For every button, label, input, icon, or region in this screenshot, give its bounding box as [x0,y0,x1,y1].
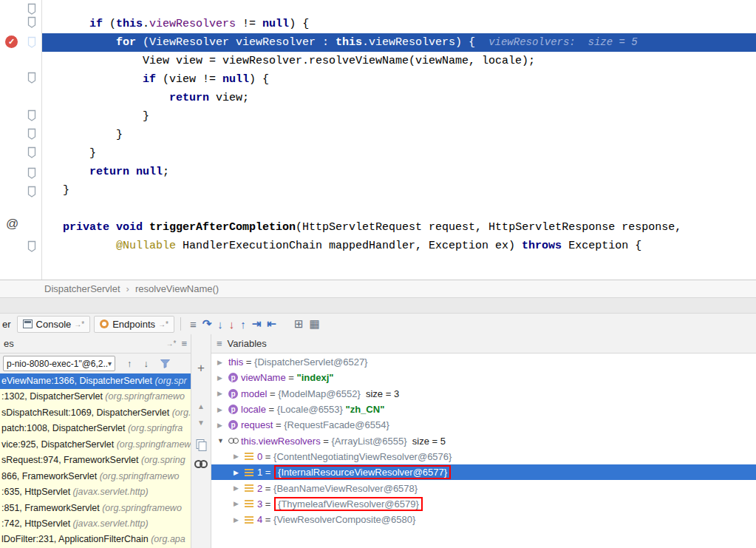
tab-endpoints[interactable]: Endpoints →* [94,316,174,333]
bookmark-icon[interactable] [27,146,37,158]
code-token: } [63,129,123,141]
filter-funnel-icon[interactable] [160,359,170,368]
expander-icon[interactable]: ▶ [217,406,228,413]
step-over-icon[interactable]: ↷ [202,317,212,331]
stack-frame-row[interactable]: eViewName:1366, DispatcherServlet (org.s… [0,373,191,389]
stack-frame-row[interactable]: patch:1008, DispatcherServlet (org.sprin… [0,421,191,436]
breadcrumb-item-class[interactable]: DispatcherServlet [44,283,120,294]
panel-menu-icon[interactable]: ≡ [217,338,222,349]
variable-row[interactable]: ▶prequest = {RequestFacade@6554} [211,417,756,433]
stack-frame-row[interactable]: :742, HttpServlet (javax.servlet.http) [0,516,191,532]
variables-tree[interactable]: ▶this = {DispatcherServlet@6527}▶pviewNa… [211,354,756,548]
variable-value: {RequestFacade@6554} [284,419,389,430]
code-line[interactable]: View view = viewResolver.resolveViewName… [42,52,756,70]
bookmark-icon[interactable] [27,3,37,15]
variable-row[interactable]: ▶0 = {ContentNegotiatingViewResolver@657… [211,449,756,464]
view-breakpoints-icon[interactable]: ⊞ [294,317,304,331]
mute-breakpoints-icon[interactable]: ≡ [190,318,197,331]
expander-icon[interactable]: ▶ [217,422,228,429]
bookmark-icon[interactable] [27,72,37,84]
variable-row[interactable]: ▶3 = {ThymeleafViewResolver@6579} [211,496,756,512]
frames-panel-header: es →* ≡ [0,334,191,354]
scroll-up-button[interactable]: ▲ [197,402,205,410]
code-line-execution-point[interactable]: for (ViewResolver viewResolver : this.vi… [42,33,756,52]
code-line[interactable]: } [42,126,756,144]
stack-frames-list[interactable]: eViewName:1366, DispatcherServlet (org.s… [0,373,191,548]
bookmark-icon[interactable] [27,16,37,28]
bookmark-icon[interactable] [27,109,37,121]
code-line[interactable]: private void triggerAfterCompletion(Http… [42,218,756,237]
expander-icon[interactable]: ▶ [217,390,228,397]
variable-type-icon: p [228,420,241,430]
expander-icon[interactable]: ▶ [217,359,228,366]
frame-down-button[interactable]: ↓ [144,358,149,369]
code-line[interactable]: } [42,181,756,200]
code-line[interactable]: if (view != null) { [42,70,756,89]
thread-dropdown[interactable]: p-nio-8080-exec-1"@6,2... ▾ [3,356,115,371]
code-line[interactable]: return view; [42,89,756,107]
bookmark-icon[interactable] [27,36,37,48]
equals-sign: = [267,388,278,399]
frame-up-button[interactable]: ↑ [127,358,132,369]
run-to-cursor-icon[interactable]: ⇥ [252,317,262,331]
code-line[interactable]: @Nullable HandlerExecutionChain mappedHa… [42,237,756,255]
code-token: } [63,110,149,123]
panel-menu-icon[interactable]: ≡ [181,338,187,349]
frame-package: (org.apa [151,534,185,544]
stack-frame-row[interactable]: sRequest:974, FrameworkServlet (org.spri… [0,453,191,468]
expander-icon[interactable]: ▶ [234,469,245,476]
parameter-icon: p [228,420,238,430]
variable-row[interactable]: ▶4 = {ViewResolverComposite@6580} [211,512,756,527]
watch-glasses-icon[interactable] [194,460,208,467]
code-line[interactable] [42,200,756,218]
expander-icon[interactable]: ▼ [217,437,228,444]
layout-settings-icon[interactable]: ▦ [309,317,319,331]
pin-icon[interactable]: →* [166,339,177,348]
expander-icon[interactable]: ▶ [234,500,245,507]
stack-frame-row[interactable]: :851, FrameworkServlet (org.springframew… [0,501,191,516]
stack-frame-row[interactable]: :1302, DispatcherServlet (org.springfram… [0,389,191,405]
variable-row[interactable]: ▶2 = {BeanNameViewResolver@6578} [211,480,756,495]
frame-location: sDispatchResult:1069, DispatcherServlet [1,407,172,418]
variable-row[interactable]: ▶plocale = {Locale@6553} "zh_CN" [211,402,756,417]
step-into-icon[interactable]: ↓ [217,318,223,331]
variable-type-icon [228,438,241,444]
add-watch-button[interactable]: + [197,361,205,376]
expander-icon[interactable]: ▶ [234,484,245,492]
bookmark-icon[interactable] [27,240,37,252]
bookmark-icon[interactable] [27,128,37,140]
scroll-down-button[interactable]: ▼ [197,419,205,427]
expander-icon[interactable]: ▶ [234,516,245,524]
stack-frame-row[interactable]: sDispatchResult:1069, DispatcherServlet … [0,405,191,421]
variable-row[interactable]: ▶1 = {InternalResourceViewResolver@6577} [211,464,756,480]
expander-icon[interactable]: ▶ [217,374,228,382]
code-line[interactable]: } [42,107,756,126]
code-line[interactable]: } [42,144,756,163]
expander-icon[interactable]: ▶ [234,453,245,460]
tab-debugger-cut[interactable]: er [2,319,11,330]
variable-row[interactable]: ▼this.viewResolvers = {ArrayList@6555} s… [211,433,756,448]
frame-package: (org.spr [155,376,187,386]
stack-frame-row[interactable]: vice:925, DispatcherServlet (org.springf… [0,437,191,453]
stack-frame-row[interactable]: :635, HttpServlet (javax.servlet.http) [0,484,191,500]
variables-panel-header: ≡ Variables [211,334,756,354]
stack-frame-row[interactable]: 866, FrameworkServlet (org.springframewo [0,469,191,484]
variable-type-icon: p [228,405,241,414]
variable-row[interactable]: ▶this = {DispatcherServlet@6527} [211,354,756,370]
code-line[interactable]: return null; [42,163,756,181]
bookmark-icon[interactable] [27,167,37,179]
code-editor[interactable]: ✓ @ if (this.viewResolvers != null) { fo… [0,0,756,280]
force-step-into-icon[interactable]: ↓ [229,318,235,331]
step-out-icon[interactable]: ↑ [240,318,246,331]
stack-frame-row[interactable]: lDoFilter:231, ApplicationFilterChain (o… [0,532,191,547]
breadcrumb-item-method[interactable]: resolveViewName() [135,283,219,294]
bookmark-icon[interactable] [27,186,37,197]
code-line[interactable]: if (this.viewResolvers != null) { [42,15,756,33]
code-area[interactable]: if (this.viewResolvers != null) { for (V… [42,15,756,255]
show-execution-point-icon[interactable]: ⇤ [267,317,276,331]
copy-icon[interactable] [197,439,206,450]
variable-row[interactable]: ▶pmodel = {ModelMap@6552} size = 3 [211,386,756,402]
breakpoint-icon[interactable]: ✓ [5,35,18,48]
variable-row[interactable]: ▶pviewName = "indexj" [211,370,756,385]
tab-console[interactable]: Console →* [17,316,91,333]
